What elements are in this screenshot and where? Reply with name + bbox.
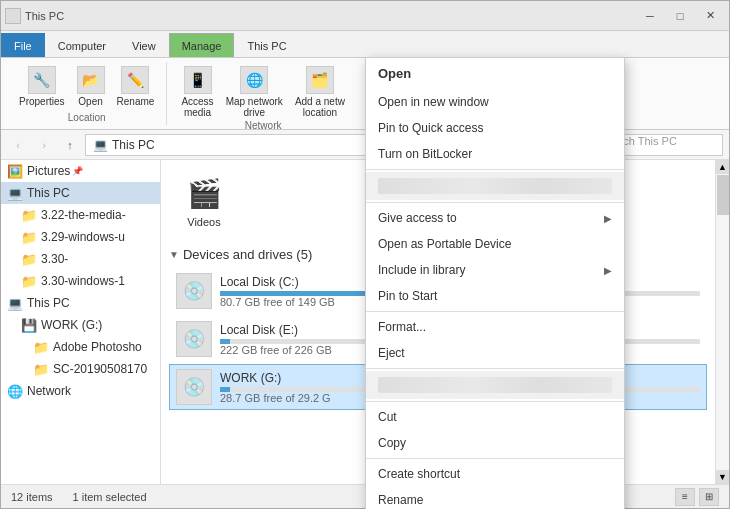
- sidebar-item-folder-330[interactable]: 📁 3.30-: [1, 248, 160, 270]
- pc-icon: 💻: [92, 137, 108, 153]
- properties-button[interactable]: 🔧 Properties: [15, 64, 69, 109]
- add-network-icon: 🗂️: [306, 66, 334, 94]
- sidebar-item-folder-329[interactable]: 📁 3.29-windows-u: [1, 226, 160, 248]
- adobe-icon: 📁: [33, 339, 49, 355]
- videos-label: Videos: [187, 216, 220, 228]
- sidebar-item-folder-322[interactable]: 📁 3.22-the-media-: [1, 204, 160, 226]
- ctx-sep-6: [366, 458, 624, 459]
- ctx-rename[interactable]: Rename: [366, 487, 624, 509]
- ctx-sep-1: [366, 169, 624, 170]
- this-pc-icon: 💻: [7, 185, 23, 201]
- ctx-sep-4: [366, 368, 624, 369]
- tab-computer[interactable]: Computer: [45, 33, 119, 57]
- scroll-down-arrow[interactable]: ▼: [716, 470, 730, 484]
- title-icon: [5, 8, 21, 24]
- title-bar: This PC ─ □ ✕: [1, 1, 729, 31]
- tab-view[interactable]: View: [119, 33, 169, 57]
- window: This PC ─ □ ✕ File Computer View Manage …: [0, 0, 730, 509]
- access-media-icon: 📱: [184, 66, 212, 94]
- drive-g-icon: 💿: [176, 369, 212, 405]
- tab-file[interactable]: File: [1, 33, 45, 57]
- give-access-arrow: ▶: [604, 213, 612, 224]
- ctx-give-access[interactable]: Give access to ▶: [366, 205, 624, 231]
- rename-icon: ✏️: [121, 66, 149, 94]
- access-media-button[interactable]: 📱 Access media: [177, 64, 217, 120]
- ctx-include-library[interactable]: Include in library ▶: [366, 257, 624, 283]
- ctx-open-new-window[interactable]: Open in new window: [366, 89, 624, 115]
- tab-this-pc[interactable]: This PC: [234, 33, 299, 57]
- ctx-eject[interactable]: Eject: [366, 340, 624, 366]
- folder-322-icon: 📁: [21, 207, 37, 223]
- view-buttons: ≡ ⊞: [675, 488, 719, 506]
- close-button[interactable]: ✕: [695, 2, 725, 30]
- ctx-pin-start[interactable]: Pin to Start: [366, 283, 624, 309]
- network-buttons: 📱 Access media 🌐 Map network drive 🗂️ Ad…: [177, 64, 349, 120]
- up-button[interactable]: ↑: [59, 134, 81, 156]
- include-library-arrow: ▶: [604, 265, 612, 276]
- item-count: 12 items: [11, 491, 53, 503]
- ctx-sep-3: [366, 311, 624, 312]
- rename-ribbon-button[interactable]: ✏️ Rename: [113, 64, 159, 109]
- window-controls: ─ □ ✕: [635, 2, 725, 30]
- folder-330b-icon: 📁: [21, 273, 37, 289]
- ctx-sep-2: [366, 202, 624, 203]
- devices-chevron: ▼: [169, 249, 179, 260]
- sidebar-item-folder-330b[interactable]: 📁 3.30-windows-1: [1, 270, 160, 292]
- view-details-button[interactable]: ≡: [675, 488, 695, 506]
- ribbon-group-network: 📱 Access media 🌐 Map network drive 🗂️ Ad…: [169, 62, 357, 125]
- ctx-open[interactable]: Open: [366, 58, 624, 89]
- back-button[interactable]: ‹: [7, 134, 29, 156]
- sidebar-item-this-pc-2[interactable]: 💻 This PC: [1, 292, 160, 314]
- open-icon: 📂: [77, 66, 105, 94]
- location-buttons: 🔧 Properties 📂 Open ✏️ Rename: [15, 64, 158, 109]
- title-bar-icons: [5, 8, 21, 24]
- selected-count: 1 item selected: [73, 491, 147, 503]
- videos-icon: 🎬: [184, 173, 224, 213]
- ctx-open-portable[interactable]: Open as Portable Device: [366, 231, 624, 257]
- sidebar-item-adobe[interactable]: 📁 Adobe Photosho: [1, 336, 160, 358]
- map-network-drive-button[interactable]: 🌐 Map network drive: [222, 64, 287, 120]
- file-item-videos[interactable]: 🎬 Videos: [169, 168, 239, 233]
- ctx-blurred-2: [366, 371, 624, 399]
- scrollbar[interactable]: ▲ ▼: [715, 160, 729, 484]
- ctx-turn-on-bitlocker[interactable]: Turn on BitLocker: [366, 141, 624, 167]
- maximize-button[interactable]: □: [665, 2, 695, 30]
- ribbon-tabs: File Computer View Manage This PC: [1, 31, 729, 57]
- this-pc-2-icon: 💻: [7, 295, 23, 311]
- pin-icon: 📌: [72, 166, 83, 176]
- view-tiles-button[interactable]: ⊞: [699, 488, 719, 506]
- ctx-pin-quick-access[interactable]: Pin to Quick access: [366, 115, 624, 141]
- sidebar-item-pictures[interactable]: 🖼️ Pictures 📌: [1, 160, 160, 182]
- network-icon: 🌐: [7, 383, 23, 399]
- sidebar: 🖼️ Pictures 📌 💻 This PC 📁 3.22-the-media…: [1, 160, 161, 484]
- properties-icon: 🔧: [28, 66, 56, 94]
- ctx-format[interactable]: Format...: [366, 314, 624, 340]
- sidebar-item-work-g[interactable]: 💾 WORK (G:): [1, 314, 160, 336]
- location-group-label: Location: [68, 112, 106, 123]
- sidebar-item-network[interactable]: 🌐 Network: [1, 380, 160, 402]
- add-network-location-button[interactable]: 🗂️ Add a netw location: [291, 64, 349, 120]
- open-button[interactable]: 📂 Open: [73, 64, 109, 109]
- ctx-sep-5: [366, 401, 624, 402]
- tab-manage[interactable]: Manage: [169, 33, 235, 57]
- folder-330-icon: 📁: [21, 251, 37, 267]
- sidebar-item-sc2019[interactable]: 📁 SC-20190508170: [1, 358, 160, 380]
- minimize-button[interactable]: ─: [635, 2, 665, 30]
- drive-c-icon: 💿: [176, 273, 212, 309]
- drive-e-icon: 💿: [176, 321, 212, 357]
- scroll-thumb[interactable]: [717, 175, 729, 215]
- pictures-icon: 🖼️: [7, 163, 23, 179]
- ctx-create-shortcut[interactable]: Create shortcut: [366, 461, 624, 487]
- context-menu: Open Open in new window Pin to Quick acc…: [365, 57, 625, 509]
- work-g-icon: 💾: [21, 317, 37, 333]
- window-title: This PC: [25, 10, 635, 22]
- scroll-up-arrow[interactable]: ▲: [716, 160, 730, 174]
- sidebar-item-this-pc[interactable]: 💻 This PC: [1, 182, 160, 204]
- ctx-copy[interactable]: Copy: [366, 430, 624, 456]
- ctx-blurred-1: [366, 172, 624, 200]
- scroll-track[interactable]: [716, 174, 730, 470]
- forward-button[interactable]: ›: [33, 134, 55, 156]
- ribbon-group-location: 🔧 Properties 📂 Open ✏️ Rename Location: [7, 62, 167, 125]
- folder-329-icon: 📁: [21, 229, 37, 245]
- ctx-cut[interactable]: Cut: [366, 404, 624, 430]
